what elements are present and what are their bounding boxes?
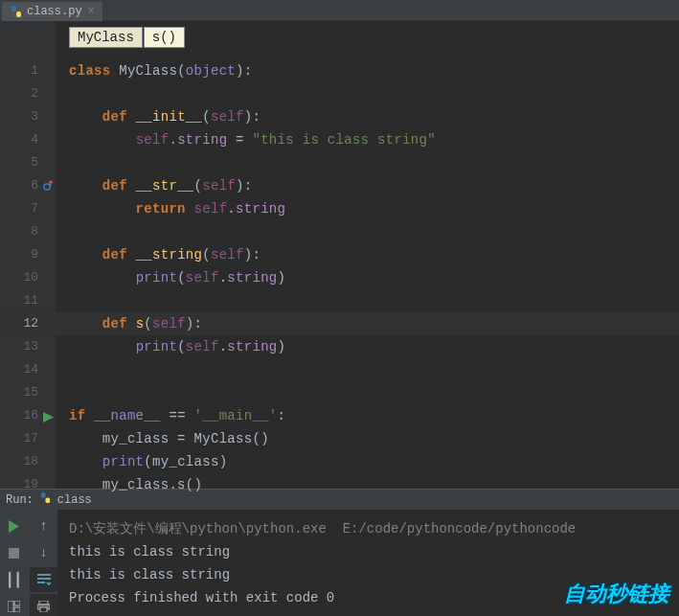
- svg-rect-0: [11, 6, 16, 11]
- line-number[interactable]: 4: [0, 128, 56, 151]
- svg-marker-3: [43, 412, 54, 422]
- rerun-button[interactable]: [0, 513, 28, 538]
- console-output[interactable]: D:\安装文件\编程\python\python.exe E:/code/pyt…: [57, 510, 679, 616]
- line-number[interactable]: 3: [0, 105, 56, 128]
- code-line[interactable]: print(self.string): [56, 266, 679, 289]
- breadcrumb-method[interactable]: s(): [144, 27, 185, 48]
- code-line[interactable]: print(my_class): [56, 450, 679, 473]
- code-editor[interactable]: MyClass s() 1234567891011121314151617181…: [0, 21, 679, 489]
- line-number[interactable]: 11: [0, 289, 56, 312]
- console-line: D:\安装文件\编程\python\python.exe E:/code/pyt…: [69, 517, 668, 540]
- svg-point-2: [44, 184, 50, 190]
- line-number[interactable]: 9: [0, 243, 56, 266]
- line-number[interactable]: 14: [0, 358, 56, 381]
- line-number[interactable]: 7: [0, 197, 56, 220]
- line-number[interactable]: 1: [0, 59, 56, 82]
- code-line[interactable]: [56, 358, 679, 381]
- tab-filename: class.py: [27, 5, 82, 18]
- code-line[interactable]: class MyClass(object):: [56, 59, 679, 82]
- console-line: this is class string: [69, 540, 668, 563]
- svg-rect-5: [45, 498, 50, 504]
- line-number[interactable]: 6: [0, 174, 56, 197]
- code-line[interactable]: [56, 289, 679, 312]
- code-line[interactable]: def __str__(self):: [56, 174, 679, 197]
- line-number[interactable]: 8: [0, 220, 56, 243]
- run-toolbar: ↑ ↓ ┃┃: [0, 510, 57, 616]
- breadcrumb-bar: MyClass s(): [69, 27, 186, 48]
- code-line[interactable]: def __init__(self):: [56, 105, 679, 128]
- code-line[interactable]: print(self.string): [56, 335, 679, 358]
- svg-rect-9: [14, 601, 20, 605]
- code-line[interactable]: my_class.s(): [56, 473, 679, 496]
- line-number[interactable]: 15: [0, 381, 56, 404]
- line-number[interactable]: 17: [0, 427, 56, 450]
- svg-rect-13: [40, 607, 47, 612]
- svg-rect-10: [14, 607, 20, 612]
- run-panel: ↑ ↓ ┃┃ D:\安装文件\编程\python\python.exe E:/c…: [0, 510, 679, 616]
- code-line[interactable]: return self.string: [56, 197, 679, 220]
- stop-button[interactable]: [0, 540, 28, 565]
- line-number[interactable]: 12: [0, 312, 56, 335]
- code-line[interactable]: [56, 381, 679, 404]
- print-button[interactable]: [30, 594, 57, 616]
- soft-wrap-button[interactable]: [30, 567, 57, 592]
- breadcrumb-class[interactable]: MyClass: [69, 27, 143, 48]
- editor-gutter[interactable]: 12345678910111213141516171819: [0, 21, 56, 489]
- code-line[interactable]: [56, 151, 679, 174]
- console-line: Process finished with exit code 0: [69, 586, 668, 609]
- line-number[interactable]: 13: [0, 335, 56, 358]
- code-line[interactable]: def s(self):: [56, 312, 679, 335]
- line-number[interactable]: 16: [0, 404, 56, 427]
- line-number[interactable]: 19: [0, 473, 56, 496]
- code-area[interactable]: class MyClass(object): def __init__(self…: [56, 21, 679, 489]
- scroll-down-button[interactable]: ↓: [30, 540, 57, 565]
- line-number[interactable]: 5: [0, 151, 56, 174]
- editor-tab-class-py[interactable]: class.py ×: [2, 2, 102, 21]
- svg-marker-6: [9, 520, 19, 533]
- console-line: this is class string: [69, 563, 668, 586]
- code-line[interactable]: [56, 82, 679, 105]
- code-line[interactable]: [56, 220, 679, 243]
- svg-rect-11: [39, 601, 48, 605]
- line-number[interactable]: 18: [0, 450, 56, 473]
- scroll-up-button[interactable]: ↑: [30, 513, 57, 538]
- pause-button[interactable]: ┃┃: [0, 567, 28, 592]
- svg-rect-8: [8, 601, 13, 612]
- code-line[interactable]: if __name__ == '__main__':: [56, 404, 679, 427]
- layout-button[interactable]: [0, 594, 28, 616]
- close-icon[interactable]: ×: [88, 5, 95, 18]
- editor-tab-bar: class.py ×: [0, 0, 679, 21]
- code-line[interactable]: my_class = MyClass(): [56, 427, 679, 450]
- code-line[interactable]: self.string = "this is class string": [56, 128, 679, 151]
- python-file-icon: [10, 5, 23, 18]
- code-line[interactable]: def __string(self):: [56, 243, 679, 266]
- line-number[interactable]: 10: [0, 266, 56, 289]
- svg-rect-7: [9, 548, 19, 559]
- line-number[interactable]: 2: [0, 82, 56, 105]
- svg-rect-1: [16, 11, 21, 17]
